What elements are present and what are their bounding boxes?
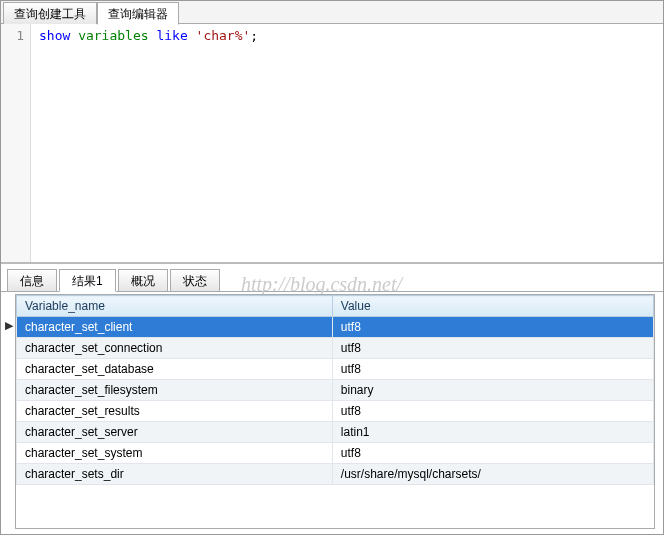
table-row[interactable]: character_set_serverlatin1	[17, 422, 654, 443]
tab-overview[interactable]: 概况	[118, 269, 168, 291]
table-row[interactable]: character_set_filesystembinary	[17, 380, 654, 401]
sql-editor[interactable]: 1 show variables like 'char%';	[1, 24, 663, 264]
string-literal: 'char%'	[196, 28, 251, 43]
table-row[interactable]: character_set_clientutf8	[17, 317, 654, 338]
tab-label: 查询编辑器	[108, 7, 168, 21]
cell-value[interactable]: utf8	[332, 317, 653, 338]
results-grid[interactable]: Variable_name Value character_set_client…	[15, 294, 655, 529]
column-header-variable-name[interactable]: Variable_name	[17, 296, 333, 317]
results-wrapper: ▶ Variable_name Value character_set_clie…	[5, 294, 659, 529]
tab-info[interactable]: 信息	[7, 269, 57, 291]
tab-label: 概况	[131, 274, 155, 288]
tab-query-editor[interactable]: 查询编辑器	[97, 2, 179, 25]
cell-variable-name[interactable]: character_set_results	[17, 401, 333, 422]
tab-query-create[interactable]: 查询创建工具	[3, 2, 97, 24]
tab-label: 状态	[183, 274, 207, 288]
cell-variable-name[interactable]: character_set_connection	[17, 338, 333, 359]
column-header-value[interactable]: Value	[332, 296, 653, 317]
cell-value[interactable]: utf8	[332, 443, 653, 464]
table-row[interactable]: character_set_databaseutf8	[17, 359, 654, 380]
cell-variable-name[interactable]: character_set_database	[17, 359, 333, 380]
tab-label: 结果1	[72, 274, 103, 288]
table-row[interactable]: character_set_connectionutf8	[17, 338, 654, 359]
table-row[interactable]: character_set_systemutf8	[17, 443, 654, 464]
line-number: 1	[1, 28, 24, 43]
results-body: character_set_clientutf8character_set_co…	[17, 317, 654, 485]
cell-variable-name[interactable]: character_set_filesystem	[17, 380, 333, 401]
cell-value[interactable]: latin1	[332, 422, 653, 443]
tab-label: 信息	[20, 274, 44, 288]
cell-value[interactable]: utf8	[332, 338, 653, 359]
cell-value[interactable]: utf8	[332, 359, 653, 380]
cell-value[interactable]: binary	[332, 380, 653, 401]
result-tabbar: 信息 结果1 概况 状态	[1, 268, 663, 292]
table-row[interactable]: character_set_resultsutf8	[17, 401, 654, 422]
cell-value[interactable]: utf8	[332, 401, 653, 422]
keyword-like: like	[156, 28, 187, 43]
editor-gutter: 1	[1, 24, 31, 262]
cell-variable-name[interactable]: character_sets_dir	[17, 464, 333, 485]
cell-variable-name[interactable]: character_set_system	[17, 443, 333, 464]
cell-value[interactable]: /usr/share/mysql/charsets/	[332, 464, 653, 485]
cell-variable-name[interactable]: character_set_client	[17, 317, 333, 338]
keyword-show: show	[39, 28, 70, 43]
editor-tabbar: 查询创建工具 查询编辑器	[1, 1, 663, 24]
table-row[interactable]: character_sets_dir/usr/share/mysql/chars…	[17, 464, 654, 485]
results-table: Variable_name Value character_set_client…	[16, 295, 654, 485]
editor-code-area[interactable]: show variables like 'char%';	[31, 24, 266, 262]
tab-result1[interactable]: 结果1	[59, 269, 116, 292]
keyword-variables: variables	[78, 28, 148, 43]
cell-variable-name[interactable]: character_set_server	[17, 422, 333, 443]
table-header-row: Variable_name Value	[17, 296, 654, 317]
row-pointer-icon: ▶	[5, 319, 13, 332]
tab-label: 查询创建工具	[14, 7, 86, 21]
semicolon: ;	[250, 28, 258, 43]
tab-status[interactable]: 状态	[170, 269, 220, 291]
